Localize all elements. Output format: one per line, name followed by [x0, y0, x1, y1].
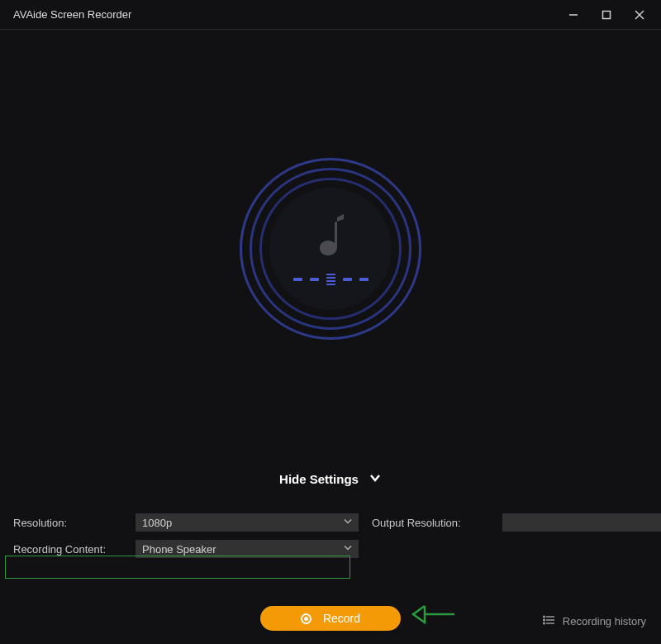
- toggle-settings-label: Hide Settings: [279, 472, 359, 486]
- audio-visualizer: [240, 158, 421, 340]
- svg-point-7: [544, 616, 545, 618]
- resolution-value: 1080p: [142, 517, 172, 529]
- resolution-select[interactable]: 1080p: [136, 513, 359, 532]
- recording-content-select[interactable]: Phone Speaker: [136, 540, 359, 558]
- music-note-icon: [312, 212, 349, 265]
- recording-history-label: Recording history: [563, 615, 646, 627]
- main-preview: [0, 30, 661, 468]
- output-resolution-label: Output Resolution:: [369, 517, 492, 529]
- chevron-down-icon: [342, 516, 354, 530]
- svg-rect-1: [603, 11, 611, 18]
- recording-content-value: Phone Speaker: [142, 543, 216, 556]
- settings-panel: Resolution: 1080p Output Resolution: Rec…: [0, 487, 661, 558]
- record-button[interactable]: Record: [260, 606, 401, 631]
- record-icon: [301, 613, 311, 624]
- svg-point-8: [544, 619, 545, 621]
- recording-history-button[interactable]: Recording history: [543, 613, 646, 629]
- titlebar: AVAide Screen Recorder: [0, 0, 661, 30]
- recording-content-label: Recording Content:: [10, 543, 126, 556]
- equalizer-icon: [293, 274, 369, 285]
- toggle-settings-button[interactable]: Hide Settings: [0, 471, 661, 487]
- app-title: AVAide Screen Recorder: [13, 8, 557, 21]
- svg-point-9: [544, 623, 545, 624]
- record-label: Record: [323, 612, 360, 625]
- resolution-label: Resolution:: [10, 517, 126, 529]
- annotation-highlight: [5, 556, 350, 579]
- maximize-button[interactable]: [590, 2, 623, 27]
- output-resolution-select[interactable]: [502, 513, 661, 532]
- minimize-button[interactable]: [557, 2, 590, 27]
- close-button[interactable]: [623, 2, 656, 27]
- list-icon: [543, 613, 556, 629]
- annotation-arrow: [410, 601, 456, 631]
- chevron-down-icon: [342, 542, 354, 556]
- chevron-down-icon: [369, 471, 382, 487]
